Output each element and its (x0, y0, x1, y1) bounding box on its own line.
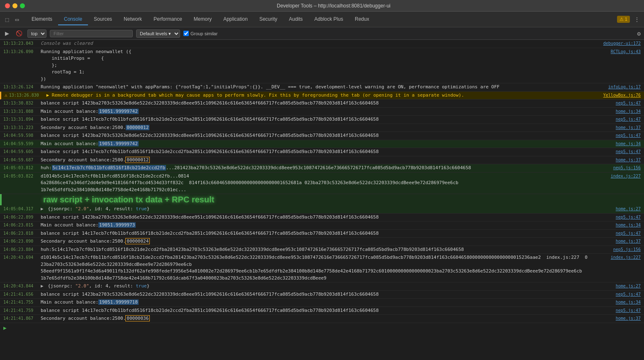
timestamp: 14:04:59.598 (3, 132, 41, 139)
console-line: 14:20:43.694 d1014b5c14c17ecb7cf0b11bfcd… (0, 254, 644, 282)
log-content: ▶ Remote debugger is in a background tab… (46, 92, 591, 99)
console-line: 14:05:04.317 ▶ {jsonrpc: "2.0", id: 4, r… (0, 205, 644, 214)
log-content: Main account balance:19051.99999718 (41, 299, 591, 306)
console-line: 14:06:23.884 huh:5c14c17ecb7cf0b11bfcd85… (0, 246, 644, 254)
tab-redux[interactable]: Redux (349, 14, 375, 25)
group-similar-label[interactable]: Group similar (183, 31, 217, 36)
log-source[interactable]: nep5.js:47 (591, 116, 641, 122)
expand-arrow[interactable]: ▶ (41, 206, 44, 212)
log-source[interactable]: home.js:34 (591, 108, 641, 114)
log-source[interactable]: nep5.js:47 (591, 307, 641, 314)
log-content: Console was cleared (41, 40, 591, 47)
tab-security[interactable]: Security (254, 14, 283, 25)
tab-performance[interactable]: Performance (148, 14, 188, 25)
log-source[interactable]: nep5.js:47 (591, 214, 641, 220)
log-source[interactable]: home.js:27 (591, 206, 641, 212)
log-source[interactable]: RCTLog.js:43 (591, 49, 641, 55)
group-similar-text: Group similar (190, 31, 217, 36)
console-line: 14:06:23.015 Main account balance:19051.… (0, 221, 644, 230)
log-source[interactable]: home.js:34 (591, 141, 641, 147)
console-line: 13:13:30.832 balance script 1423ba2703c5… (0, 100, 644, 108)
log-source[interactable]: home.js:37 (591, 238, 641, 244)
log-source[interactable]: nep5.js:156 (591, 165, 641, 171)
console-line: 14:21:41.656 balance script 1423ba2703c5… (0, 291, 644, 299)
console-output: 13:13:23.043 Console was cleared debugge… (0, 40, 644, 360)
log-source[interactable]: nep5.js:47 (591, 148, 641, 155)
console-line: 14:21:41.755 Main account balance:19051.… (0, 299, 644, 307)
log-source[interactable]: nep5.js:47 (591, 291, 641, 297)
console-toolbar: ▶ 🚫 top Default levels ▾ Group similar ⚙ (0, 27, 644, 40)
log-content: ▶ {jsonrpc: "2.0", id: 4, result: true} (41, 283, 591, 290)
console-line: 14:05:03.822 d1014b5c14c17ecb7cf0b11bfcd… (0, 173, 644, 195)
cursor-line[interactable]: ▶ (0, 323, 644, 333)
filter-input[interactable] (50, 30, 133, 37)
tab-audits[interactable]: Audits (283, 14, 308, 25)
toolbar-icons: ⬚ ▭ (3, 16, 21, 23)
more-options-icon[interactable]: ⋮ (633, 16, 641, 23)
console-line: 14:06:23.090 Secondary account balance:2… (0, 238, 644, 246)
timestamp: 14:20:43.694 (3, 254, 41, 260)
log-source[interactable]: debugger-ui:172 (591, 40, 641, 46)
inspect-icon[interactable]: ⬚ (3, 16, 11, 23)
log-source[interactable]: home.js:37 (591, 315, 641, 321)
console-line: 14:04:59.599 Main account balance:19051.… (0, 140, 644, 148)
console-line: 13:13:23.043 Console was cleared debugge… (0, 40, 644, 48)
settings-icon[interactable]: ⚙ (637, 30, 641, 37)
log-source[interactable]: YellowBox.js:76 (591, 92, 641, 98)
group-similar-checkbox[interactable] (183, 31, 189, 36)
log-source[interactable]: nep5.js:47 (591, 132, 641, 139)
log-source[interactable]: index.js:227 (591, 173, 641, 179)
log-content: huh:5c14c17ecb7cf0b11bfcd8516f18cb21de2c… (41, 246, 591, 253)
rpc-annotation-text: raw script + invocation tx data + RPC re… (43, 195, 214, 204)
log-content: balance script 1423ba2703c53263e8d6e522d… (41, 100, 591, 107)
device-icon[interactable]: ▭ (13, 16, 21, 23)
log-source[interactable]: index.js:227 (591, 254, 641, 260)
context-select[interactable]: top (27, 29, 46, 38)
tab-memory[interactable]: Memory (188, 14, 217, 25)
timestamp: 14:21:41.867 (3, 315, 41, 321)
log-source[interactable]: home.js:37 (591, 124, 641, 131)
timestamp: 14:21:41.656 (3, 291, 41, 297)
tab-elements[interactable]: Elements (26, 14, 58, 25)
timestamp: 14:04:59.605 (3, 148, 41, 155)
log-content: Secondary account balance:2500.00000012 (41, 157, 591, 164)
tab-adblock-plus[interactable]: Adblock Plus (309, 14, 349, 25)
clear-button[interactable]: 🚫 (14, 29, 24, 37)
log-content: balance script 1423ba2703c53263e8d6e522d… (41, 132, 591, 139)
log-content: d1014b5c14c17ecb7cf0b11bfcd8516f18cb21de… (41, 254, 591, 282)
timestamp: 14:05:03.812 (3, 165, 41, 171)
console-line: 14:05:03.812 huh:5c14c17ecb7cf0b11bfcd85… (0, 164, 644, 173)
timestamp: 14:20:43.844 (3, 283, 41, 289)
log-source[interactable]: nep5.js:156 (591, 246, 641, 253)
tab-sources[interactable]: Sources (88, 14, 118, 25)
timestamp: 14:05:03.822 (3, 173, 41, 179)
expand-arrow[interactable]: ▶ (41, 283, 44, 289)
run-button[interactable]: ▶ (3, 29, 11, 37)
close-button[interactable] (5, 3, 10, 8)
log-source[interactable]: infoLog.js:17 (591, 84, 641, 90)
log-content: Running application neonwallet ({ initia… (41, 49, 591, 83)
warning-icon: ⚠ (5, 92, 7, 99)
minimize-button[interactable] (12, 3, 17, 8)
tab-application[interactable]: Application (217, 14, 254, 25)
log-source[interactable]: home.js:34 (591, 299, 641, 305)
tab-network[interactable]: Network (118, 14, 148, 25)
log-source[interactable]: nep5.js:47 (591, 230, 641, 236)
console-line: 14:21:41.867 Secondary account balance:2… (0, 315, 644, 323)
log-content: balance script 1423ba2703c53263e8d6e522d… (41, 214, 591, 221)
log-source[interactable]: home.js:27 (591, 283, 641, 289)
timestamp: 14:06:23.015 (3, 222, 41, 228)
console-line: 13:13:31.094 balance script 14c17ecb7cf0… (0, 116, 644, 124)
tab-console[interactable]: Console (58, 14, 88, 25)
log-source[interactable]: nep5.js:47 (591, 100, 641, 106)
log-content: Secondary account balance:2500.00000036 (41, 315, 591, 322)
console-line: 14:20:43.844 ▶ {jsonrpc: "2.0", id: 4, r… (0, 282, 644, 291)
log-content: Running application "neonwallet" with ap… (41, 84, 591, 91)
log-source[interactable]: home.js:37 (591, 157, 641, 163)
log-source[interactable]: home.js:34 (591, 222, 641, 228)
level-select[interactable]: Default levels ▾ (136, 29, 180, 38)
console-line: 14:06:23.018 balance script 14c17ecb7cf0… (0, 230, 644, 238)
console-line: 13:13:31.223 Secondary account balance:2… (0, 124, 644, 132)
title-bar: Developer Tools – http://localhost:8081/… (0, 0, 644, 12)
maximize-button[interactable] (20, 3, 25, 8)
